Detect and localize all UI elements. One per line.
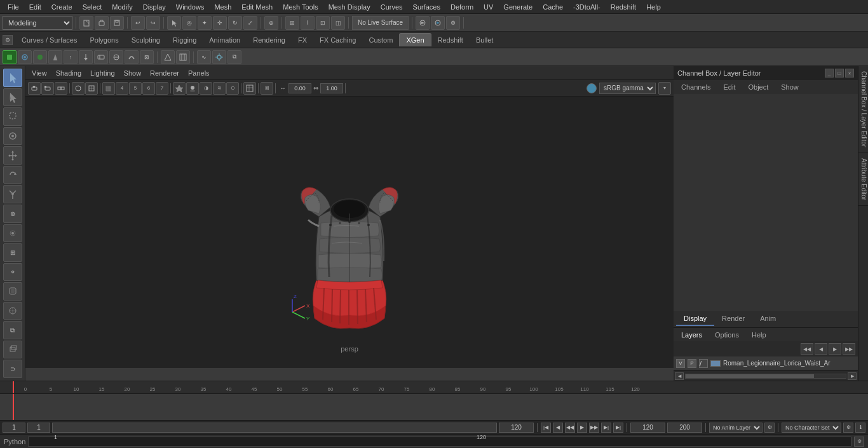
xgen-btn11[interactable]: [161, 50, 175, 64]
color-space-settings-btn[interactable]: ▾: [658, 82, 671, 95]
snap-view-btn[interactable]: ◫: [331, 16, 345, 30]
xgen-btn9[interactable]: [125, 50, 139, 64]
ipr-btn[interactable]: [431, 16, 445, 30]
vp-wireframe-btn[interactable]: [85, 82, 98, 95]
menu-uv[interactable]: UV: [478, 2, 498, 12]
tab-rendering[interactable]: Rendering: [247, 34, 292, 46]
menu-surfaces[interactable]: Surfaces: [408, 2, 445, 12]
redo-btn[interactable]: ↪: [146, 16, 160, 30]
menu-mesh-tools[interactable]: Mesh Tools: [278, 2, 323, 12]
extrude-btn[interactable]: [3, 341, 22, 359]
no-live-surface-btn[interactable]: No Live Surface: [352, 16, 409, 30]
cb-layers-tab[interactable]: Layers: [676, 330, 707, 340]
menu-file[interactable]: File: [3, 2, 24, 12]
universal-manip-btn[interactable]: ⊕: [264, 16, 278, 30]
tab-fx[interactable]: FX: [292, 34, 313, 46]
menu-deform[interactable]: Deform: [445, 2, 478, 12]
move-btn[interactable]: [3, 146, 22, 165]
vp-light-btn[interactable]: [173, 82, 186, 95]
menu-mesh[interactable]: Mesh: [209, 2, 236, 12]
vp-fov-value[interactable]: [320, 83, 343, 93]
cb-tab-channels[interactable]: Channels: [676, 82, 715, 92]
workspace-dropdown[interactable]: Modeling: [3, 16, 72, 30]
vp-shading4-btn[interactable]: 7: [156, 82, 168, 95]
vp-cam-btn3[interactable]: [55, 82, 67, 95]
xgen-btn5[interactable]: ↑: [64, 50, 78, 64]
settings-icon[interactable]: ⚙: [3, 35, 13, 45]
xgen-btn3[interactable]: [33, 50, 47, 64]
cb-expand-btn[interactable]: □: [835, 69, 844, 78]
save-file-btn[interactable]: [110, 16, 124, 30]
vp-dof-btn[interactable]: ⊙: [226, 82, 239, 95]
cb-display-tab[interactable]: Display: [676, 312, 714, 326]
menu-redshift[interactable]: Redshift: [606, 2, 641, 12]
menu-edit[interactable]: Edit: [24, 2, 46, 12]
menu-3dtoa[interactable]: -3DtoAll-: [568, 2, 606, 12]
paint-select-btn[interactable]: ✦: [198, 16, 212, 30]
layer-color-swatch[interactable]: [710, 360, 721, 367]
menu-create[interactable]: Create: [46, 2, 78, 12]
snap-grid-btn[interactable]: ⊞: [285, 16, 299, 30]
current-frame-input[interactable]: [3, 423, 25, 433]
xgen-btn4[interactable]: [48, 50, 62, 64]
snap-point-btn[interactable]: ⊡: [316, 16, 330, 30]
new-file-btn[interactable]: [79, 16, 93, 30]
next-frame-btn[interactable]: ▶|: [601, 423, 611, 433]
tab-sculpting[interactable]: Sculpting: [125, 34, 166, 46]
layer-playback-btn[interactable]: P: [688, 359, 696, 368]
vp-menu-renderer[interactable]: Renderer: [146, 68, 183, 78]
play-btn[interactable]: ▶: [577, 423, 587, 433]
layers-scroll-prev-btn[interactable]: ◀: [815, 343, 827, 355]
universal-btn[interactable]: ⊕: [3, 205, 22, 223]
vp-menu-shading[interactable]: Shading: [52, 68, 85, 78]
goto-end-btn[interactable]: ▶|: [613, 423, 623, 433]
undo-btn[interactable]: ↩: [131, 16, 145, 30]
vp-cam-btn2[interactable]: [41, 82, 54, 95]
snap-curve-btn[interactable]: ⌇: [301, 16, 315, 30]
vp-shading1-btn[interactable]: 4: [116, 82, 128, 95]
tab-redshift[interactable]: Redshift: [431, 34, 470, 46]
scale-btn[interactable]: [3, 185, 22, 203]
multi-select-btn[interactable]: [3, 88, 22, 107]
tab-fx-caching[interactable]: FX Caching: [313, 34, 362, 46]
xgen-btn6[interactable]: [79, 50, 93, 64]
color-space-select[interactable]: sRGB gamma: [599, 83, 656, 94]
xgen-btn10[interactable]: ⊠: [140, 50, 154, 64]
menu-mesh-display[interactable]: Mesh Display: [323, 2, 376, 12]
vp-menu-lighting[interactable]: Lighting: [86, 68, 119, 78]
menu-windows[interactable]: Windows: [171, 2, 210, 12]
timeline-ruler[interactable]: 0 5 10 15 20 25 30 35 40 45 50 55 60 65 …: [0, 381, 868, 394]
play-back-btn[interactable]: ◀◀: [565, 423, 575, 433]
lasso-select-btn[interactable]: [3, 107, 22, 126]
play-fwd-btn[interactable]: ▶▶: [589, 423, 599, 433]
rotate-btn[interactable]: [3, 166, 22, 184]
layers-scroll-right-btn[interactable]: ▶▶: [843, 343, 855, 355]
char-set-dropdown[interactable]: No Character Set: [782, 423, 841, 433]
tab-rigging[interactable]: Rigging: [166, 34, 203, 46]
move-tool-btn[interactable]: ✛: [213, 16, 227, 30]
vp-cam-btn1[interactable]: [28, 82, 41, 95]
component-btn[interactable]: ⧉: [3, 321, 22, 339]
anim-layer-settings-btn[interactable]: ⚙: [764, 423, 775, 433]
range-end-input[interactable]: [499, 423, 534, 433]
vp-shading3-btn[interactable]: 6: [142, 82, 155, 95]
max-frame-input[interactable]: [630, 423, 665, 433]
menu-generate[interactable]: Generate: [498, 2, 538, 12]
layer-visibility-btn[interactable]: V: [676, 359, 685, 368]
dg-info-btn[interactable]: ℹ: [855, 423, 865, 433]
xgen-btn12[interactable]: [176, 50, 190, 64]
vp-shadow-btn[interactable]: [186, 82, 199, 95]
cb-tab-edit[interactable]: Edit: [718, 82, 740, 92]
select-btn[interactable]: [3, 69, 22, 87]
vp-menu-show[interactable]: Show: [120, 68, 146, 78]
menu-select[interactable]: Select: [78, 2, 107, 12]
vp-menu-view[interactable]: View: [28, 68, 51, 78]
vtab-channel-box[interactable]: Channel Box / Layer Editor: [858, 66, 869, 153]
vp-camera-value[interactable]: [288, 83, 311, 93]
snap-btn[interactable]: ⋄: [3, 263, 22, 282]
tab-animation[interactable]: Animation: [203, 34, 247, 46]
merge-btn[interactable]: ⊃: [3, 360, 22, 378]
vp-xray-btn[interactable]: [72, 82, 85, 95]
menu-curves[interactable]: Curves: [376, 2, 408, 12]
render-btn[interactable]: [416, 16, 430, 30]
